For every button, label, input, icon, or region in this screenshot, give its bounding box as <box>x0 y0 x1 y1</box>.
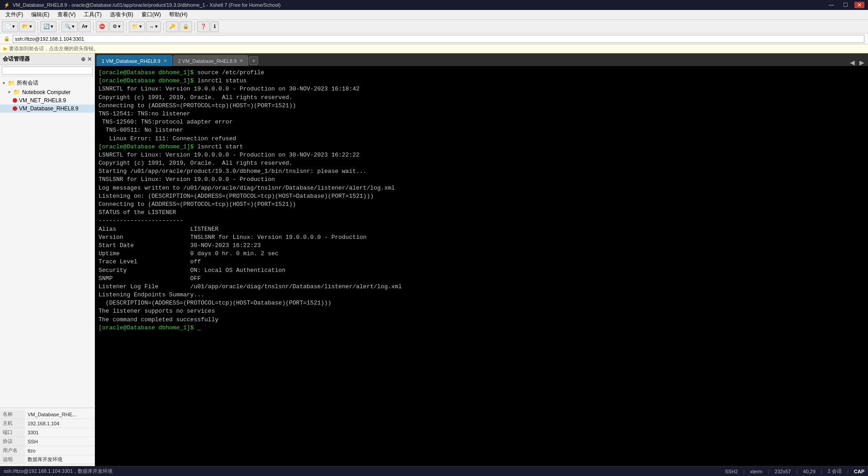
info-label-host: 主机 <box>0 419 25 428</box>
chevron-down-icon: ▼ <box>2 81 6 86</box>
menu-edit[interactable]: 编辑(E) <box>28 10 53 19</box>
info-value-host: 192.168.1.104 <box>25 419 94 428</box>
terminal-line: Trace Level off <box>99 258 864 266</box>
tabs-scroll-left-icon[interactable]: ◀ <box>848 59 857 66</box>
status-size: 232x57 <box>774 469 791 474</box>
status-sep4: | <box>821 469 822 474</box>
menu-help[interactable]: 帮助(H) <box>165 10 191 19</box>
lock-icon: 🔒 <box>183 24 189 29</box>
sidebar-search-input[interactable] <box>2 67 93 75</box>
address-input[interactable] <box>13 35 864 43</box>
refresh-icon: 🔄 <box>43 24 50 29</box>
menu-tools[interactable]: 工具(T) <box>80 10 105 19</box>
tree-group-label: Notebook Computer <box>22 89 71 95</box>
toolbar-transfer-btn[interactable]: ↔▾ <box>146 21 161 32</box>
tab-add-button[interactable]: + <box>249 56 258 65</box>
info-row-host: 主机 192.168.1.104 <box>0 419 94 428</box>
terminal-line: Listening Endpoints Summary... <box>99 291 864 299</box>
stop-icon: ⛔ <box>99 24 105 29</box>
info-bar: ▶ 要添加到前会话，点击左侧的箭头按钮。 <box>0 44 868 53</box>
tabs-scroll: ◀ ▶ <box>848 59 866 66</box>
terminal-line: [oracle@Database dbhome_1]$ lsnrctl stat… <box>99 77 864 85</box>
status-sep2: | <box>768 469 769 474</box>
terminal-line: [oracle@Database dbhome_1]$ source /etc/… <box>99 69 864 77</box>
terminal-line: Starting /u01/app/oracle/product/19.3.0/… <box>99 167 864 176</box>
toolbar-stop-btn[interactable]: ⛔ <box>96 21 108 32</box>
close-button[interactable]: ✕ <box>854 2 864 8</box>
search-icon: 🔍 <box>65 24 71 29</box>
sidebar-new-icon[interactable]: ⊕ <box>81 56 85 62</box>
session-info-table: 名称 VM_Database_RHE... 主机 192.168.1.104 端… <box>0 410 94 464</box>
terminal-line: Log messages written to /u01/app/oracle/… <box>99 184 864 192</box>
toolbar-search-btn[interactable]: 🔍▾ <box>61 21 78 32</box>
tab-2-vm-database[interactable]: 2 VM_Database_RHEL8.9 ✕ <box>173 55 249 66</box>
terminal-line: TNS-12541: TNS:no listener <box>99 110 864 118</box>
terminal-line: TNS-12560: TNS:protocol adapter error <box>99 118 864 126</box>
status-ssh-info: ssh://ttzo@192.168.1.104:3301，数据库开发环境 <box>4 468 113 475</box>
info-label-port: 端口 <box>0 428 25 437</box>
sidebar-item-vm-database[interactable]: VM_Database_RHEL8.9 <box>0 105 94 113</box>
toolbar-help-btn[interactable]: ❓ <box>197 21 210 32</box>
chevron-down-icon: ▼ <box>7 90 11 95</box>
tab-1-vm-database[interactable]: 1 VM_Database_RHEL8.9 ✕ <box>97 55 172 66</box>
terminal-line: Listener Log File /u01/app/oracle/diag/t… <box>99 283 864 291</box>
sidebar-search <box>0 65 94 76</box>
main-layout: 会话管理器 ⊕ ✕ ▼ 📁 所有会话 ▼ 📁 Notebook Computer <box>0 53 868 466</box>
toolbar-lock-btn[interactable]: 🔒 <box>179 21 192 32</box>
info-label-protocol: 协议 <box>0 437 25 446</box>
toolbar-key-btn[interactable]: 🔑 <box>166 21 179 32</box>
info-row-port: 端口 3301 <box>0 428 94 437</box>
terminal-line: TNSLSNR for Linux: Version 19.0.0.0.0 - … <box>99 176 864 184</box>
status-zoom: 40,29 <box>803 469 816 474</box>
status-sessions: 2 会话 <box>828 468 842 475</box>
toolbar-sep4 <box>126 22 127 31</box>
toolbar-refresh-btn[interactable]: 🔄▾ <box>40 21 57 32</box>
menu-file[interactable]: 文件(F) <box>2 10 27 19</box>
sidebar-close-icon[interactable]: ✕ <box>87 56 92 62</box>
terminal-line: Copyright (c) 1991, 2019, Oracle. All ri… <box>99 159 864 167</box>
title-bar-title: ⚡ VM_Database_RHEL8.9 - oracle@Database:… <box>4 2 281 8</box>
status-right: SSH2 | xterm | 232x57 | 40,29 | 2 会话 | C… <box>725 468 864 475</box>
menu-window[interactable]: 窗口(W) <box>138 10 165 19</box>
menu-bar: 文件(F) 编辑(E) 查看(V) 工具(T) 选项卡(B) 窗口(W) 帮助(… <box>0 10 868 20</box>
toolbar: 📄▾ 📂▾ 🔄▾ 🔍▾ A▾ ⛔ ⚙▾ 📁▾ ↔▾ 🔑 🔒 ❓ ℹ <box>0 20 868 33</box>
session-info-panel: 名称 VM_Database_RHE... 主机 192.168.1.104 端… <box>0 408 94 466</box>
toolbar-sep1 <box>38 22 38 31</box>
tab-1-close-button[interactable]: ✕ <box>163 58 167 64</box>
info-row-desc: 说明 数据库开发环境 <box>0 455 94 464</box>
tab-2-close-button[interactable]: ✕ <box>239 58 243 64</box>
terminal-line: Version TNSLSNR for Linux: Version 19.0.… <box>99 233 864 242</box>
terminal-line: Linux Error: 111: Connection refused <box>99 135 864 143</box>
minimize-button[interactable]: — <box>826 2 837 8</box>
info-value-port: 3301 <box>25 428 94 437</box>
info-value-name: VM_Database_RHE... <box>25 410 94 419</box>
terminal-content[interactable]: [oracle@Database dbhome_1]$ source /etc/… <box>95 66 868 466</box>
status-ssh2: SSH2 <box>725 469 738 474</box>
open-icon: 📂 <box>22 24 28 29</box>
toolbar-config-btn[interactable]: ⚙▾ <box>109 21 124 32</box>
menu-view[interactable]: 查看(V) <box>54 10 79 19</box>
toolbar-open-btn[interactable]: 📂▾ <box>19 21 35 32</box>
toolbar-font-btn[interactable]: A▾ <box>79 21 91 32</box>
address-bar: 🔒 <box>0 33 868 44</box>
toolbar-sep5 <box>163 22 164 31</box>
menu-tabs[interactable]: 选项卡(B) <box>106 10 137 19</box>
title-bar-controls: — ☐ ✕ <box>826 2 864 8</box>
sidebar-header: 会话管理器 ⊕ ✕ <box>0 53 94 65</box>
maximize-button[interactable]: ☐ <box>840 2 851 8</box>
tabs-bar: 1 VM_Database_RHEL8.9 ✕ 2 VM_Database_RH… <box>95 53 868 66</box>
transfer-icon: ↔ <box>149 24 154 29</box>
info-label-desc: 说明 <box>0 455 25 464</box>
tree-root-all-sessions[interactable]: ▼ 📁 所有会话 <box>0 78 94 88</box>
tree-group-notebook[interactable]: ▼ 📁 Notebook Computer <box>0 88 94 96</box>
config-icon: ⚙ <box>113 24 117 29</box>
terminal-line: The command completed successfully <box>99 316 864 324</box>
font-icon: A▾ <box>82 24 88 29</box>
toolbar-local-btn[interactable]: 📁▾ <box>129 21 145 32</box>
toolbar-info-btn[interactable]: ℹ <box>211 21 219 32</box>
tabs-scroll-right-icon[interactable]: ▶ <box>858 59 866 66</box>
sidebar-item-vm-net[interactable]: VM_NET_RHEL8.9 <box>0 96 94 105</box>
toolbar-new-btn[interactable]: 📄▾ <box>2 21 18 32</box>
session-icon <box>13 98 17 103</box>
terminal-line: (DESCRIPTION=(ADDRESS=(PROTOCOL=tcp)(HOS… <box>99 299 864 307</box>
